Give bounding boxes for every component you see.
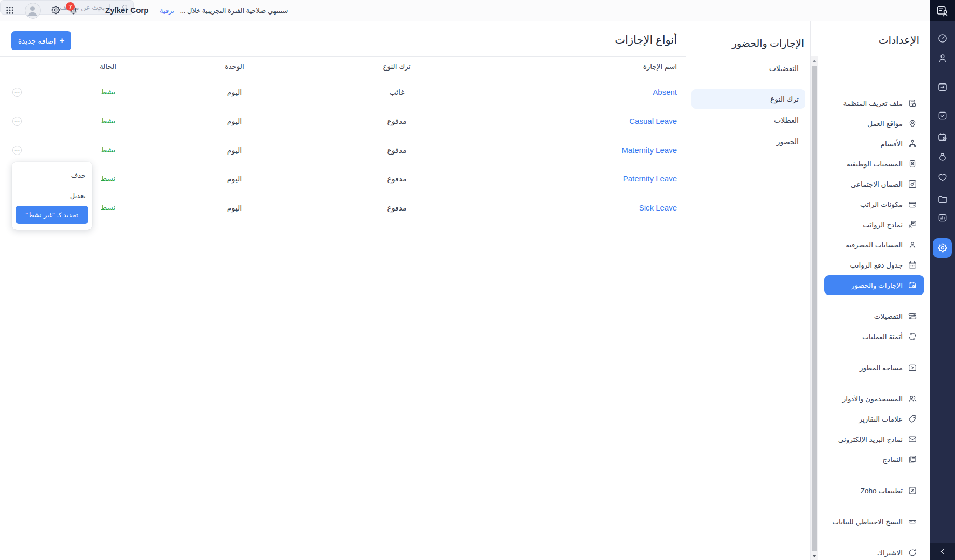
rail-heart-icon[interactable] (930, 171, 955, 184)
rail-settings-active[interactable] (933, 238, 952, 258)
context-menu-delete[interactable]: حذف (71, 171, 86, 180)
cell-leave-type: مدفوع (358, 116, 436, 127)
cell-leave-name-link[interactable]: Sick Leave (639, 203, 677, 213)
cell-unit: اليوم (196, 174, 273, 184)
leave-panel-title: الإجازات والحضور (732, 37, 804, 49)
scroll-down-arrow[interactable] (812, 555, 816, 557)
settings-item-label: علامات التقارير (859, 415, 903, 423)
settings-item-salary-templates[interactable]: نماذج الرواتب (818, 215, 930, 235)
leave-panel-item-4[interactable]: الحضور (777, 136, 799, 147)
settings-item-zoho-apps[interactable]: تطبيقات Zoho (818, 481, 930, 501)
app-rail (930, 21, 955, 560)
column-header-leave-name: اسم الإجازة (643, 62, 677, 71)
settings-item-org-profile[interactable]: ملف تعريف المنظمة (818, 93, 930, 114)
rail-folder-icon[interactable] (930, 193, 955, 205)
settings-item-label: مساحة المطور (860, 363, 903, 372)
settings-item-label: ملف تعريف المنظمة (843, 99, 903, 107)
cell-unit: اليوم (196, 203, 273, 213)
context-menu-mark-inactive-button[interactable]: تحديد كـ "غير نشط" (16, 206, 88, 224)
table-row: نشطاليوممدفوعMaternity Leave (0, 145, 686, 156)
upgrade-link[interactable]: ترقية (160, 7, 174, 15)
settings-scrollbar[interactable] (810, 21, 818, 560)
collapse-rail[interactable] (930, 543, 955, 560)
context-menu-edit[interactable]: تعديل (70, 191, 86, 201)
row-actions-ellipsis-button[interactable] (12, 117, 22, 126)
scroll-up-arrow[interactable] (812, 60, 816, 62)
rail-checkin-box-icon[interactable] (930, 81, 955, 93)
settings-item-salary-components[interactable]: مكونات الراتب (818, 194, 930, 215)
settings-item-preferences[interactable]: التفضيلات (818, 306, 930, 327)
subscription-icon (908, 548, 917, 557)
leave-panel-item-1[interactable]: التفضيلات (769, 63, 799, 74)
table-row: نشطاليوممدفوعSick Leave (0, 203, 686, 213)
users-roles-icon (908, 394, 917, 403)
row-actions-ellipsis-button[interactable] (12, 88, 22, 97)
settings-item-label: الضمان الاجتماعي (851, 180, 903, 188)
cell-status: نشط (69, 116, 147, 127)
leave-panel-item-2[interactable]: ترك النوع (691, 89, 805, 109)
rail-speedometer-icon[interactable] (930, 32, 955, 45)
settings-item-email-templates[interactable]: نماذج البريد الإلكتروني (818, 429, 930, 450)
page-title: أنواع الإجازات (615, 34, 677, 46)
settings-item-subscription[interactable]: الاشتراك (818, 543, 930, 560)
developer-space-icon (908, 363, 917, 372)
cell-leave-name-link[interactable]: Paternity Leave (623, 174, 677, 184)
settings-item-departments[interactable]: الأقسام (818, 134, 930, 154)
row-actions-ellipsis-button[interactable] (12, 146, 22, 155)
leave-attendance-icon (908, 281, 917, 290)
settings-item-users-roles[interactable]: المستخدمون والأدوار (818, 389, 930, 409)
org-profile-icon (908, 99, 917, 108)
settings-item-label: النسخ الاحتياطي للبيانات (832, 517, 903, 526)
chevron-down-icon[interactable] (95, 7, 102, 14)
settings-item-label: الأقسام (881, 139, 903, 148)
rail-calendar-clock-icon[interactable] (930, 131, 955, 144)
settings-item-work-locations[interactable]: مواقع العمل (818, 114, 930, 134)
settings-item-automation[interactable]: أتمتة العمليات (818, 327, 930, 347)
trial-text: ستنتهي صلاحية الفترة التجريبية خلال ... (180, 7, 288, 15)
settings-item-forms[interactable]: النماذج (818, 450, 930, 470)
rail-people-icon[interactable] (930, 52, 955, 64)
settings-item-developer-space[interactable]: مساحة المطور (818, 358, 930, 378)
cell-leave-name-link[interactable]: Maternity Leave (621, 145, 677, 156)
add-new-button[interactable]: + إضافة جديدة (11, 31, 71, 50)
cell-status: نشط (69, 145, 147, 156)
salary-templates-icon (908, 220, 917, 229)
report-tags-icon (908, 414, 917, 424)
settings-item-label: الاشتراك (877, 549, 903, 557)
table-bottom-border (0, 223, 686, 223)
settings-item-label: أتمتة العمليات (862, 332, 903, 341)
settings-item-bank-accounts[interactable]: الحسابات المصرفية (818, 235, 930, 255)
company-name[interactable]: Zylker Corp (105, 6, 148, 15)
rail-task-check-icon[interactable] (930, 109, 955, 122)
designations-icon (908, 159, 917, 169)
automation-icon (908, 332, 917, 341)
add-new-label: إضافة جديدة (18, 37, 56, 45)
table-row: نشطاليوممدفوعCasual Leave (0, 116, 686, 127)
bank-accounts-icon (908, 240, 917, 249)
avatar[interactable] (25, 3, 41, 19)
zoho-people-logo[interactable] (930, 0, 955, 21)
settings-item-pay-schedule[interactable]: جدول دفع الرواتب (818, 255, 930, 275)
settings-item-leave-attendance[interactable]: الإجازات والحضور (824, 275, 924, 295)
table-header-border (0, 78, 686, 78)
cell-status: نشط (69, 87, 147, 97)
cell-leave-name-link[interactable]: Casual Leave (629, 116, 677, 127)
rail-money-bag-icon[interactable] (930, 151, 955, 163)
cell-leave-type: غائب (358, 87, 436, 97)
settings-item-label: مواقع العمل (867, 119, 903, 128)
settings-item-report-tags[interactable]: علامات التقارير (818, 409, 930, 429)
settings-item-designations[interactable]: المسميات الوظيفية (818, 154, 930, 174)
settings-menu: ملف تعريف المنظمةمواقع العملالأقسامالمسم… (818, 57, 930, 560)
gear-icon[interactable] (51, 5, 61, 15)
settings-item-label: نماذج الرواتب (863, 220, 903, 229)
settings-item-data-backup[interactable]: النسخ الاحتياطي للبيانات (818, 512, 930, 532)
app-launcher-icon[interactable] (5, 6, 15, 15)
scrollbar-thumb[interactable] (812, 66, 817, 551)
rail-bar-chart-icon[interactable] (930, 212, 955, 224)
top-bar: 7 Zylker Corp ستنتهي صلاحية الفترة التجر… (0, 0, 955, 21)
settings-item-social-insurance[interactable]: الضمان الاجتماعي (818, 174, 930, 194)
cell-leave-name-link[interactable]: Absent (653, 87, 677, 97)
forms-icon (908, 455, 917, 464)
leave-panel-item-3[interactable]: العطلات (774, 115, 799, 125)
zoho-apps-icon (908, 486, 917, 495)
